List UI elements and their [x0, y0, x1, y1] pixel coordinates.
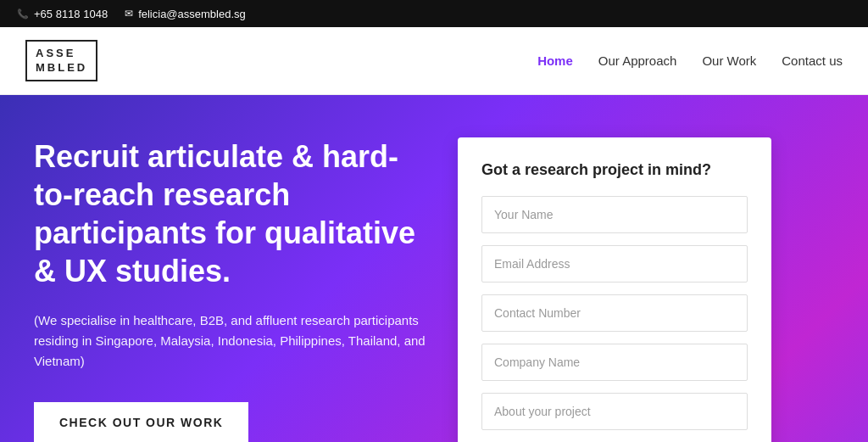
topbar: +65 8118 1048 felicia@assembled.sg: [0, 0, 868, 27]
email-input[interactable]: [481, 245, 748, 283]
topbar-email: felicia@assembled.sg: [125, 8, 246, 20]
contact-form-card: Got a research project in mind? Submit: [458, 137, 771, 442]
project-input[interactable]: [481, 393, 748, 430]
header: ASSE MBLED Home Our Approach Our Work Co…: [0, 27, 868, 95]
email-field-group: [481, 245, 748, 283]
phone-input[interactable]: [481, 294, 748, 332]
nav-contact-us[interactable]: Contact us: [782, 53, 843, 68]
name-input[interactable]: [481, 196, 748, 233]
hero-headline: Recruit articulate & hard-to-reach resea…: [34, 137, 432, 290]
nav-home[interactable]: Home: [537, 53, 573, 68]
hero-content: Recruit articulate & hard-to-reach resea…: [34, 137, 458, 442]
topbar-phone: +65 8118 1048: [17, 8, 108, 20]
name-field-group: [481, 196, 748, 233]
hero-subtext: (We specialise in healthcare, B2B, and a…: [34, 311, 432, 372]
hero-section: Recruit articulate & hard-to-reach resea…: [0, 95, 868, 442]
contact-form: Submit: [481, 196, 748, 430]
phone-field-group: [481, 294, 748, 332]
logo-line1: ASSE: [36, 47, 87, 61]
cta-button[interactable]: CHECK OUT OUR WORK: [34, 402, 248, 442]
project-field-group: [481, 393, 748, 430]
nav-our-approach[interactable]: Our Approach: [598, 53, 677, 68]
logo: ASSE MBLED: [25, 40, 97, 82]
company-input[interactable]: [481, 344, 748, 381]
form-title: Got a research project in mind?: [481, 161, 748, 179]
main-nav: Home Our Approach Our Work Contact us: [537, 53, 843, 68]
company-field-group: [481, 344, 748, 381]
logo-line2: MBLED: [36, 61, 87, 76]
nav-our-work[interactable]: Our Work: [702, 53, 756, 68]
